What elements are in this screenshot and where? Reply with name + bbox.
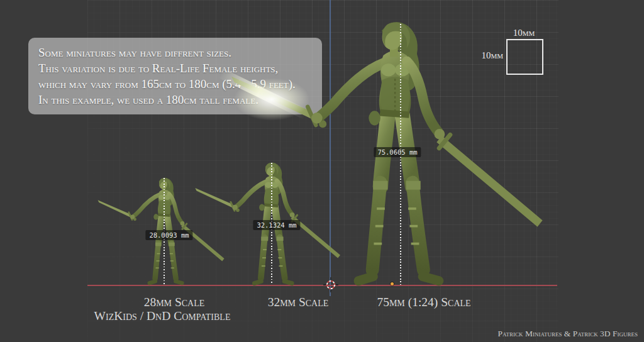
viewport-3d: Some miniatures may have diffrent sizes.… — [0, 0, 644, 342]
scale-sublabel-28mm: WizKids / DnD Compatible — [94, 309, 231, 323]
reference-square-10mm — [506, 39, 543, 75]
measurement-label-75mm: 75.0605 mm — [374, 147, 421, 157]
reference-square-side-label: 10mm — [481, 50, 503, 61]
cursor-3d[interactable] — [322, 276, 340, 294]
watermark: Patrick Miniatures & Patrick 3D Figures — [498, 329, 638, 339]
measurement-label-28mm: 28.0093 mm — [145, 230, 192, 240]
scale-label-75mm: 75mm (1:24) Scale — [377, 295, 470, 309]
scale-label-28mm: 28mm Scale — [144, 295, 205, 309]
reference-square-top-label: 10mm — [513, 28, 535, 38]
sword-glow-icon — [221, 71, 322, 128]
object-origin-dot[interactable] — [391, 282, 394, 285]
scale-label-32mm: 32mm Scale — [268, 295, 329, 309]
measurement-label-32mm: 32.1324 mm — [253, 220, 300, 230]
